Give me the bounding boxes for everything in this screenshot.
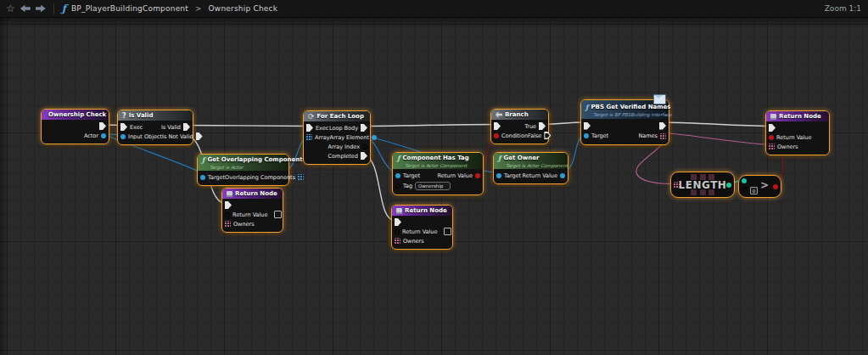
node-branch[interactable]: Branch True Condition False [490,109,549,144]
bool-checkbox[interactable] [444,228,451,235]
bool-checkbox[interactable] [274,211,282,218]
branch-icon [496,111,502,118]
tag-pin[interactable]: TagOwnership [395,182,451,190]
exec-in-pin[interactable]: Exec [306,124,328,132]
node-title: LENGTH [671,178,734,190]
condition-pin[interactable]: Condition [494,132,528,139]
return-value-out-pin[interactable]: Return Value [523,172,566,179]
node-header[interactable]: ƒ Get Owner Target is Actor Component [494,153,568,169]
owners-pin[interactable]: Owners [225,221,255,228]
node-header[interactable]: Return Node [392,206,452,216]
node-header[interactable]: ƒ Get Overlapping Components Target is A… [198,155,288,171]
node-subtitle: Target is Actor Component [498,163,568,168]
names-out-pin[interactable]: Names [638,132,666,139]
exec-in-pin[interactable] [584,122,591,130]
node-get-overlapping-components[interactable]: ƒ Get Overlapping Components Target is A… [197,154,289,186]
node-subtitle: Target is BP PBSBuilding Interface [585,112,672,117]
function-icon: ƒ [498,154,501,162]
zoom-level-label: Zoom 1:1 [825,4,868,13]
node-title: Ownership Check [48,111,106,118]
return-value-pin[interactable]: Return Value [769,134,812,141]
node-is-valid[interactable]: ? Is Valid Exec Is Valid Input Object Is… [117,110,193,145]
owners-pin[interactable]: Owners [769,144,798,150]
question-icon: ? [122,112,126,120]
loop-body-out-pin[interactable]: Loop Body [329,124,367,132]
nav-forward-icon[interactable] [36,4,46,13]
node-return-1[interactable]: Return Node Return Value Owners [221,188,283,233]
node-title: Return Node [405,207,447,214]
node-greater-than[interactable]: 0 > [738,175,781,198]
node-for-each-loop[interactable]: ⟳ For Each Loop Exec Loop Body Array Arr… [303,110,371,165]
function-icon: ƒ [202,155,204,164]
is-valid-out-pin[interactable]: Is Valid [161,123,190,131]
is-not-valid-out-pin[interactable]: Is Not Valid [162,132,203,140]
greater-operator-glyph: > [760,179,769,191]
exec-in-pin[interactable] [225,201,232,209]
node-title: Return Node [779,113,821,120]
node-get-owner[interactable]: ƒ Get Owner Target is Actor Component Ta… [493,152,568,184]
breadcrumb-current[interactable]: Ownership Check [209,4,278,13]
node-component-has-tag[interactable]: ƒ Component Has Tag Target is Actor Comp… [392,152,484,195]
breadcrumb-parent[interactable]: BP_PlayerBuildingComponent [71,4,188,13]
array-index-out-pin[interactable]: Array Index [328,144,367,150]
favorite-star-icon[interactable]: ☆ [6,3,15,14]
node-header[interactable]: Return Node [222,189,283,199]
owners-pin[interactable]: Owners [395,238,424,245]
node-header[interactable]: Ownership Check [42,110,109,120]
node-title: Return Node [235,190,277,197]
nav-back-icon[interactable] [20,4,31,13]
node-title: For Each Loop [317,113,364,120]
operand-a-pin[interactable] [742,178,747,183]
result-node-icon [770,114,776,120]
operand-b-pin[interactable] [742,187,748,192]
exec-in-pin[interactable]: Exec [120,123,143,131]
loop-icon: ⟳ [308,113,315,121]
node-return-3[interactable]: Return Node Return Value Owners [765,110,830,155]
function-icon: ƒ [585,103,588,111]
breadcrumb-chevron-icon: > [195,4,202,13]
input-object-pin[interactable]: Input Object [120,133,162,140]
interface-message-icon [653,94,666,104]
length-out-pin[interactable] [726,183,731,188]
result-node-icon [227,191,232,197]
operand-b-value-input[interactable]: 0 [750,187,758,194]
target-pin[interactable]: Target [395,172,420,179]
node-title: Is Valid [129,112,154,119]
true-out-pin[interactable]: True [524,122,546,130]
target-pin[interactable]: Target [200,174,225,181]
toolbar-divider [53,3,54,14]
array-in-pin[interactable] [674,182,680,188]
overlapping-components-out-pin[interactable]: Overlapping Components [225,174,304,181]
exec-in-pin[interactable] [494,122,501,130]
array-element-out-pin[interactable]: Array Element [330,134,377,141]
node-title: Get Owner [503,155,539,161]
exec-in-pin[interactable] [395,218,401,226]
false-out-pin[interactable]: False [528,132,551,139]
breadcrumb-bar: ☆ ƒ BP_PlayerBuildingComponent > Ownersh… [0,0,868,18]
node-header[interactable]: ⟳ For Each Loop [304,111,370,121]
node-title: Get Overlapping Components [207,156,305,163]
function-icon: ƒ [397,154,400,162]
return-value-pin[interactable]: Return Value [395,228,451,235]
node-header[interactable]: ƒ Component Has Tag Target is Actor Comp… [393,153,483,169]
return-value-pin[interactable]: Return Value [225,211,282,218]
exec-in-pin[interactable] [769,124,776,132]
node-header[interactable]: Return Node [766,111,829,121]
target-pin[interactable]: Target [496,172,521,179]
node-array-length[interactable]: LENGTH [670,172,735,198]
node-ownership-check[interactable]: Ownership Check Actor [41,109,109,144]
exec-out-pin[interactable] [99,122,106,130]
completed-out-pin[interactable]: Completed [328,152,367,160]
result-out-pin[interactable] [773,184,778,189]
actor-out-pin[interactable]: Actor [84,132,106,139]
node-header[interactable]: ? Is Valid [118,110,193,121]
node-return-2[interactable]: Return Node Return Value Owners [391,205,453,250]
array-pin[interactable]: Array [306,134,330,141]
node-pbs-get-verified-names[interactable]: ƒ PBS Get Verified Names Target is BP PB… [580,99,669,145]
node-header[interactable]: Branch [491,110,548,120]
exec-out-pin[interactable] [659,122,666,130]
return-value-out-pin[interactable]: Return Value [438,172,481,179]
tag-value-input[interactable]: Ownership [415,182,451,190]
target-pin[interactable]: Target [584,132,608,139]
result-node-icon [396,208,402,214]
